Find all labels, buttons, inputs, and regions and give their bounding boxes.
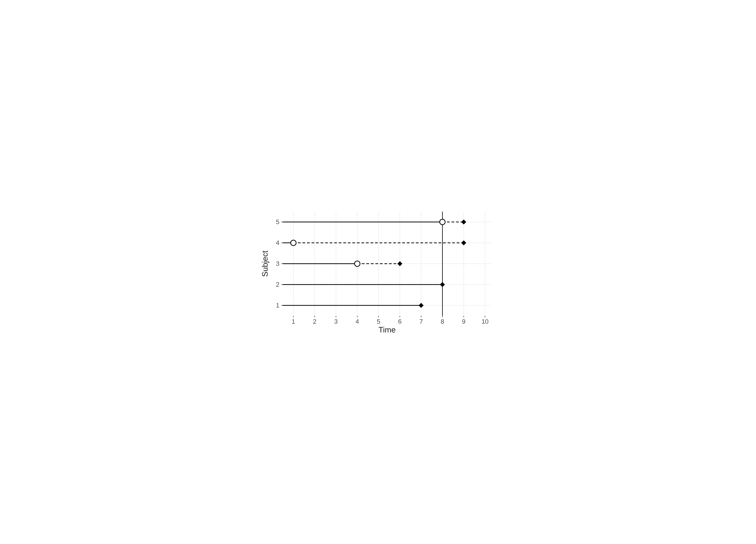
- censor-circle-icon: [440, 219, 445, 225]
- y-axis-title: Subject: [262, 251, 269, 277]
- survival-timeline-chart: 12345678910 12345 Time Subject: [262, 209, 494, 335]
- x-tick-label: 1: [292, 318, 295, 325]
- y-tick-label: 1: [276, 302, 279, 309]
- x-tick-label: 10: [481, 318, 489, 325]
- x-tick-label: 8: [441, 318, 444, 325]
- x-tick-label: 9: [462, 318, 465, 325]
- y-tick-label: 2: [276, 281, 279, 288]
- x-axis-title: Time: [378, 325, 396, 334]
- y-tick-label: 5: [276, 218, 279, 226]
- censor-circle-icon: [291, 240, 296, 246]
- chart-container: 12345678910 12345 Time Subject: [0, 0, 756, 544]
- x-tick-label: 2: [313, 318, 316, 325]
- x-tick-label: 4: [355, 318, 359, 325]
- x-ticks: [293, 316, 485, 317]
- x-tick-labels: 12345678910: [292, 318, 489, 325]
- x-tick-label: 6: [398, 318, 402, 325]
- x-tick-label: 3: [334, 318, 338, 325]
- x-tick-label: 7: [419, 318, 423, 325]
- y-tick-labels: 12345: [276, 218, 279, 309]
- x-tick-label: 5: [377, 318, 380, 325]
- y-ticks: [281, 222, 283, 305]
- y-tick-label: 3: [276, 260, 279, 267]
- y-tick-label: 4: [276, 239, 279, 246]
- censor-circle-icon: [355, 261, 360, 267]
